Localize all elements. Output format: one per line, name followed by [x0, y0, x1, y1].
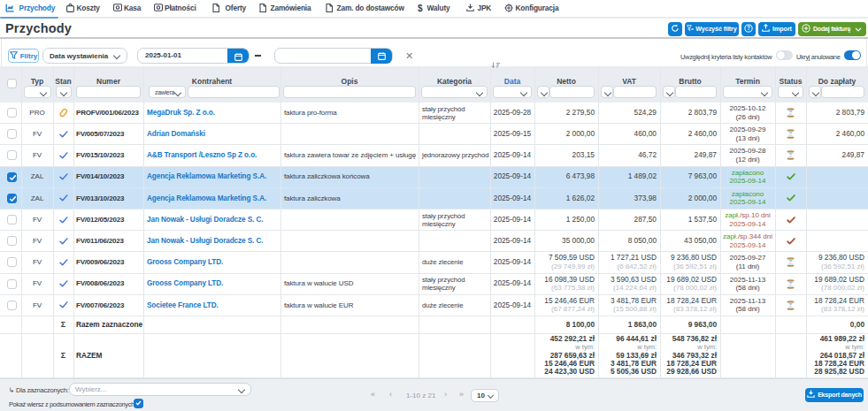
svg-text:?: ?: [747, 25, 750, 31]
